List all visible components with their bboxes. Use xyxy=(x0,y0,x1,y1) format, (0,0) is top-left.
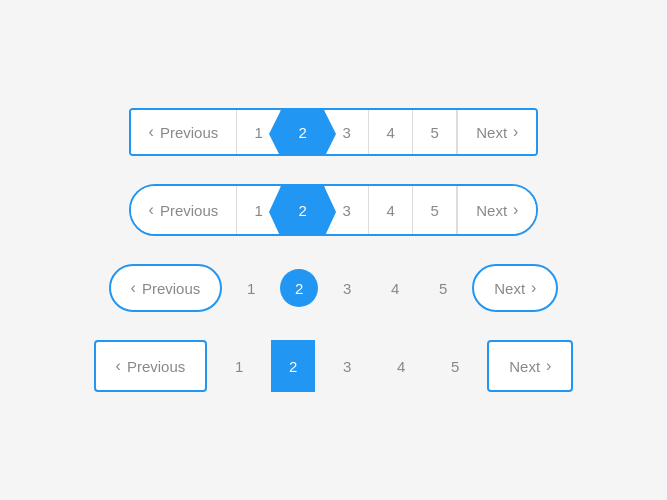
page-5-btn-1[interactable]: 5 xyxy=(413,110,457,154)
next-label-2: Next xyxy=(476,202,507,219)
chevron-right-icon-4: › xyxy=(546,357,551,375)
page-2-btn-2[interactable]: 2 xyxy=(281,186,325,234)
page-5-btn-4[interactable]: 5 xyxy=(433,340,477,392)
previous-label-1: Previous xyxy=(160,124,218,141)
next-button-3[interactable]: Next › xyxy=(472,264,558,312)
page-2-btn-1[interactable]: 2 xyxy=(281,110,325,154)
page-4-btn-4[interactable]: 4 xyxy=(379,340,423,392)
chevron-right-icon-3: › xyxy=(531,279,536,297)
previous-label-3: Previous xyxy=(142,280,200,297)
page-2-btn-4[interactable]: 2 xyxy=(271,340,315,392)
page-5-btn-2[interactable]: 5 xyxy=(413,186,457,234)
previous-button-4[interactable]: ‹ Previous xyxy=(94,340,208,392)
previous-button-3[interactable]: ‹ Previous xyxy=(109,264,223,312)
pagination-container-1: ‹ Previous 1 2 3 4 5 Next › xyxy=(129,108,539,156)
previous-button-1[interactable]: ‹ Previous xyxy=(131,110,238,154)
pagination-style4: ‹ Previous 1 2 3 4 5 Next › xyxy=(94,340,574,392)
next-label-4: Next xyxy=(509,358,540,375)
pagination-style3: ‹ Previous 1 2 3 4 5 Next › xyxy=(109,264,559,312)
page-4-btn-2[interactable]: 4 xyxy=(369,186,413,234)
chevron-right-icon-2: › xyxy=(513,201,518,219)
next-label-1: Next xyxy=(476,124,507,141)
next-button-1[interactable]: Next › xyxy=(457,110,536,154)
next-button-2[interactable]: Next › xyxy=(457,186,536,234)
page-4-btn-3[interactable]: 4 xyxy=(376,269,414,307)
page-4-btn-1[interactable]: 4 xyxy=(369,110,413,154)
chevron-left-icon-4: ‹ xyxy=(116,357,121,375)
page-1-btn-3[interactable]: 1 xyxy=(232,269,270,307)
pagination-style2: ‹ Previous 1 2 3 4 5 Next › xyxy=(129,184,539,236)
page-3-btn-3[interactable]: 3 xyxy=(328,269,366,307)
pagination-style1: ‹ Previous 1 2 3 4 5 Next › xyxy=(129,108,539,156)
previous-button-2[interactable]: ‹ Previous xyxy=(131,186,238,234)
chevron-left-icon-1: ‹ xyxy=(149,123,154,141)
chevron-left-icon-3: ‹ xyxy=(131,279,136,297)
pagination-container-3: ‹ Previous 1 2 3 4 5 Next › xyxy=(109,264,559,312)
next-label-3: Next xyxy=(494,280,525,297)
page-1-btn-4[interactable]: 1 xyxy=(217,340,261,392)
previous-label-4: Previous xyxy=(127,358,185,375)
pagination-container-4: ‹ Previous 1 2 3 4 5 Next › xyxy=(94,340,574,392)
pagination-container-2: ‹ Previous 1 2 3 4 5 Next › xyxy=(129,184,539,236)
page-5-btn-3[interactable]: 5 xyxy=(424,269,462,307)
page-3-btn-4[interactable]: 3 xyxy=(325,340,369,392)
chevron-right-icon-1: › xyxy=(513,123,518,141)
chevron-left-icon-2: ‹ xyxy=(149,201,154,219)
next-button-4[interactable]: Next › xyxy=(487,340,573,392)
page-2-btn-3[interactable]: 2 xyxy=(280,269,318,307)
previous-label-2: Previous xyxy=(160,202,218,219)
